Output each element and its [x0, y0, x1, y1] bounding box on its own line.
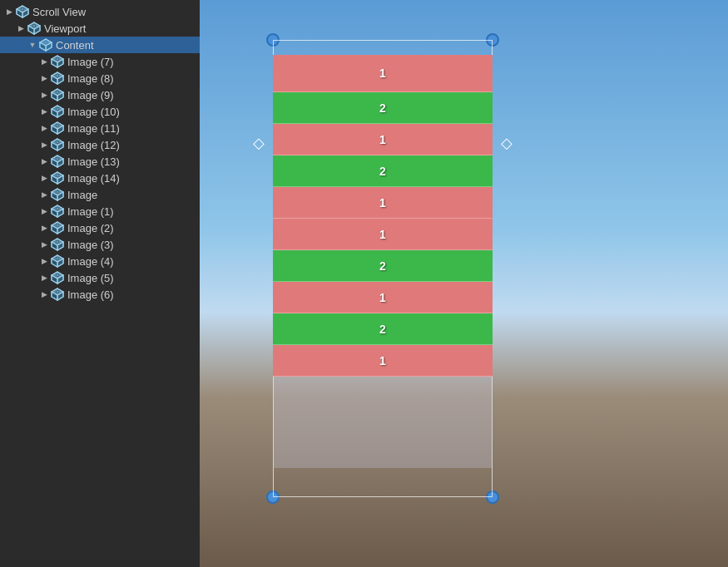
cube-icon-image14	[50, 170, 65, 185]
cube-icon-image7	[50, 54, 65, 69]
tree-label-viewport: Viewport	[44, 22, 86, 35]
cube-icon-image	[50, 187, 65, 202]
tree-arrow-viewport: ▶	[15, 24, 27, 32]
tree-arrow-image10: ▶	[38, 107, 50, 116]
tree-item-image11[interactable]: ▶ Image (11)	[0, 120, 200, 136]
tree-item-image13[interactable]: ▶ Image (13)	[0, 153, 200, 170]
tree-item-image12[interactable]: ▶ Image (12)	[0, 136, 200, 153]
cube-icon-image6	[50, 287, 65, 302]
cube-icon-image1	[50, 204, 65, 219]
scroll-row-6: 2	[273, 250, 493, 282]
tree-arrow-image8: ▶	[38, 74, 50, 82]
scene-view: ◇ ◇ 1212112121	[200, 0, 728, 567]
tree-item-image7[interactable]: ▶ Image (7)	[0, 53, 200, 70]
tree-item-image4[interactable]: ▶ Image (4)	[0, 253, 200, 269]
event-system-item	[0, 303, 200, 319]
tree-label-scroll-view: Scroll View	[32, 6, 86, 18]
tree-arrow-image1: ▶	[38, 207, 50, 215]
scroll-row-4: 1	[273, 187, 493, 219]
cube-icon-image8	[50, 71, 65, 86]
scroll-row-1: 2	[273, 92, 493, 124]
tree-label-image12: Image (12)	[67, 139, 120, 151]
tree-label-image: Image	[67, 189, 97, 201]
tree-label-image1: Image (1)	[67, 205, 114, 218]
tree-label-image8: Image (8)	[67, 72, 114, 85]
cube-icon-scroll-view	[15, 4, 30, 19]
tree-item-scroll-view[interactable]: ▶ Scroll View	[0, 3, 200, 20]
tree-label-image9: Image (9)	[67, 89, 114, 101]
scroll-content-area: 1212112121	[273, 55, 493, 468]
handle-left[interactable]: ◇	[253, 136, 265, 150]
tree-label-image5: Image (5)	[67, 272, 114, 284]
tree-arrow-image2: ▶	[38, 224, 50, 232]
cube-icon-image2	[50, 220, 65, 235]
scroll-row-5: 1	[273, 219, 493, 250]
tree-item-image3[interactable]: ▶ Image (3)	[0, 236, 200, 253]
tree-arrow-image14: ▶	[38, 174, 50, 182]
left-arrow-icon: ◇	[253, 136, 265, 150]
handle-right[interactable]: ◇	[501, 136, 513, 150]
scroll-row-7: 1	[273, 282, 493, 313]
tree-arrow-image4: ▶	[38, 257, 50, 265]
tree-arrow-image5: ▶	[38, 274, 50, 282]
tree-label-image4: Image (4)	[67, 255, 114, 268]
scroll-row-8: 2	[273, 313, 493, 345]
tree-label-image13: Image (13)	[67, 155, 120, 168]
tree-label-image6: Image (6)	[67, 288, 114, 301]
tree-arrow-image6: ▶	[38, 290, 50, 298]
cube-icon-viewport	[27, 21, 42, 36]
tree-arrow-image9: ▶	[38, 91, 50, 99]
tree-label-image7: Image (7)	[67, 56, 114, 68]
tree-item-image8[interactable]: ▶ Image (8)	[0, 70, 200, 86]
cube-icon-image9	[50, 87, 65, 102]
tree-arrow-image12: ▶	[38, 141, 50, 149]
scroll-row-2: 1	[273, 124, 493, 155]
tree-item-image6[interactable]: ▶ Image (6)	[0, 286, 200, 303]
tree-item-image1[interactable]: ▶ Image (1)	[0, 203, 200, 219]
tree-arrow-image7: ▶	[38, 57, 50, 66]
tree-arrow-image11: ▶	[38, 124, 50, 132]
tree-arrow-content: ▼	[27, 41, 38, 49]
cube-icon-image5	[50, 270, 65, 285]
cube-icon-image12	[50, 137, 65, 152]
tree-item-viewport[interactable]: ▶ Viewport	[0, 20, 200, 37]
tree-item-image2[interactable]: ▶ Image (2)	[0, 219, 200, 236]
tree-item-image10[interactable]: ▶ Image (10)	[0, 103, 200, 120]
cube-icon-image10	[50, 104, 65, 119]
tree-arrow-image: ▶	[38, 190, 50, 199]
scroll-view-widget: ◇ ◇ 1212112121	[266, 40, 499, 497]
tree-label-image3: Image (3)	[67, 239, 114, 251]
tree-item-image14[interactable]: ▶ Image (14)	[0, 170, 200, 186]
cube-icon-image11	[50, 121, 65, 136]
tree-item-image[interactable]: ▶ Image	[0, 186, 200, 203]
tree-item-content[interactable]: ▼ Content	[0, 37, 200, 53]
cube-icon-image3	[50, 237, 65, 252]
scroll-row-0: 1	[273, 55, 493, 92]
tree-label-image10: Image (10)	[67, 106, 120, 118]
tree-label-image14: Image (14)	[67, 172, 120, 185]
tree-label-image2: Image (2)	[67, 222, 114, 234]
right-arrow-icon: ◇	[501, 136, 513, 150]
scroll-row-3: 2	[273, 155, 493, 187]
cube-icon-image13	[50, 154, 65, 169]
tree-item-image5[interactable]: ▶ Image (5)	[0, 269, 200, 286]
tree-label-content: Content	[56, 39, 94, 52]
scroll-row-9: 1	[273, 345, 493, 377]
tree-item-image9[interactable]: ▶ Image (9)	[0, 86, 200, 103]
tree-arrow-scroll-view: ▶	[3, 7, 15, 16]
cube-icon-image4	[50, 254, 65, 269]
hierarchy-panel[interactable]: ▶ Scroll View▶ Viewport▼ Content▶	[0, 0, 200, 567]
tree-label-image11: Image (11)	[67, 122, 120, 135]
tree-arrow-image3: ▶	[38, 240, 50, 249]
cube-icon-content	[38, 37, 53, 52]
tree-arrow-image13: ▶	[38, 157, 50, 165]
